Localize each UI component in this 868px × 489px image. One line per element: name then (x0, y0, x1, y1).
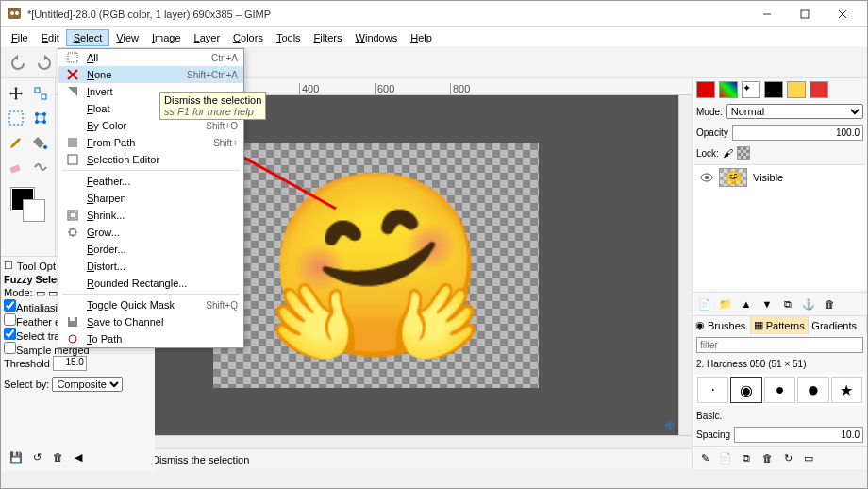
tab-brushes[interactable]: ◉Brushes (693, 316, 751, 334)
mode-replace-icon[interactable]: ▭ (36, 287, 45, 298)
history-icon[interactable] (787, 81, 806, 98)
menu-file[interactable]: File (5, 30, 35, 45)
warp-tool-icon[interactable] (29, 156, 52, 178)
menu-item-grow-[interactable]: Grow... (58, 224, 243, 241)
brush-item[interactable]: ● (797, 377, 828, 403)
color-swatches[interactable] (11, 188, 45, 222)
editor-icon (64, 154, 81, 165)
layer-group-icon[interactable]: 📁 (717, 295, 734, 312)
menu-item-distort-[interactable]: Distort... (58, 258, 243, 275)
delete-layer-icon[interactable]: 🗑 (821, 295, 838, 312)
save-icon (64, 316, 81, 328)
menu-item-save-to-channel[interactable]: Save to Channel (58, 313, 243, 330)
edit-brush-icon[interactable]: ✎ (696, 449, 713, 466)
cage-tool-icon[interactable] (29, 107, 52, 129)
delete-preset-icon[interactable]: 🗑 (49, 448, 66, 465)
sample-merged-checkbox[interactable] (4, 342, 16, 354)
svg-rect-24 (68, 155, 77, 164)
duplicate-layer-icon[interactable]: ⧉ (779, 295, 796, 312)
move-tool-icon[interactable] (5, 82, 27, 105)
eraser-icon[interactable] (5, 156, 27, 178)
menu-item-rounded-rectangle-[interactable]: Rounded Rectangle... (58, 275, 243, 292)
channel-red-icon[interactable] (696, 81, 715, 98)
lock-alpha-icon[interactable] (737, 146, 750, 160)
tab-patterns[interactable]: ▦Patterns (751, 316, 810, 334)
svg-point-30 (69, 335, 76, 343)
menu-item-none[interactable]: NoneShift+Ctrl+A (58, 66, 243, 83)
menu-item-to-path[interactable]: To Path (58, 330, 243, 347)
rect-select-icon[interactable] (5, 107, 27, 129)
menu-view[interactable]: View (109, 30, 145, 45)
antialias-checkbox[interactable] (4, 299, 16, 312)
pattern-tab-icon: ▦ (754, 319, 763, 331)
duplicate-brush-icon[interactable]: ⧉ (738, 449, 755, 466)
menu-tools[interactable]: Tools (270, 30, 308, 45)
anchor-layer-icon[interactable]: ⚓ (800, 295, 817, 312)
minimize-button[interactable] (748, 1, 786, 27)
paths-icon[interactable]: ✦ (742, 81, 760, 98)
reset-preset-icon[interactable]: ◀ (70, 448, 87, 465)
redo-history-icon[interactable] (33, 52, 56, 75)
mode-add-icon[interactable]: ▭ (48, 287, 58, 298)
select-by-dropdown[interactable]: Composite (52, 377, 123, 392)
align-tool-icon[interactable] (29, 82, 52, 105)
menu-item-sharpen[interactable]: Sharpen (58, 190, 243, 207)
lower-layer-icon[interactable]: ▼ (759, 295, 776, 312)
open-as-image-icon[interactable]: ▭ (800, 449, 817, 466)
svg-rect-9 (35, 88, 40, 93)
lock-label: Lock: (696, 148, 719, 159)
select-transparent-checkbox[interactable] (4, 328, 16, 340)
raise-layer-icon[interactable]: ▲ (738, 295, 755, 312)
menu-item-from-path[interactable]: From PathShift+ (58, 134, 243, 151)
lock-paint-icon[interactable]: 🖌 (723, 147, 733, 159)
menu-windows[interactable]: Windows (349, 30, 405, 45)
menu-select[interactable]: Select (66, 29, 110, 46)
close-button[interactable] (824, 1, 861, 27)
feather-checkbox[interactable] (4, 313, 16, 326)
nav-preview-icon[interactable] (663, 418, 676, 433)
undo-history-icon[interactable] (7, 52, 29, 75)
menu-item-all[interactable]: AllCtrl+A (58, 49, 243, 66)
brush-filter-input[interactable] (696, 337, 863, 353)
bucket-fill-icon[interactable] (29, 131, 52, 154)
visibility-eye-icon[interactable] (700, 171, 713, 184)
brush-item[interactable]: ★ (831, 377, 862, 403)
paintbrush-icon[interactable] (5, 131, 27, 154)
save-preset-icon[interactable]: 💾 (8, 448, 25, 465)
menu-item-shrink-[interactable]: Shrink... (58, 207, 243, 224)
new-layer-icon[interactable]: 📄 (696, 295, 713, 312)
blend-mode-select[interactable]: Normal (726, 104, 863, 119)
layer-row[interactable]: 🤗 Visible (694, 165, 865, 190)
restore-preset-icon[interactable]: ↺ (28, 448, 45, 465)
menu-layer[interactable]: Layer (188, 30, 227, 45)
tool-options-icon: ☐ (4, 260, 13, 272)
layers-icon[interactable] (810, 81, 828, 98)
undo-icon[interactable]: ↶ (764, 81, 783, 98)
menu-help[interactable]: Help (404, 30, 439, 45)
menu-edit[interactable]: Edit (35, 30, 66, 45)
delete-brush-icon[interactable]: 🗑 (759, 449, 776, 466)
tab-gradients[interactable]: Gradients (809, 316, 867, 334)
brush-item[interactable]: ● (764, 377, 795, 403)
opacity-input[interactable] (732, 125, 863, 141)
menu-colors[interactable]: Colors (226, 30, 270, 45)
channels-icon[interactable] (719, 81, 738, 98)
menu-item-feather-[interactable]: Feather... (58, 173, 243, 190)
new-brush-icon[interactable]: 📄 (717, 449, 734, 466)
menu-filters[interactable]: Filters (308, 30, 349, 45)
spacing-input[interactable] (734, 427, 863, 443)
menu-item-border-[interactable]: Border... (58, 241, 243, 258)
brush-item[interactable]: ◉ (730, 377, 761, 403)
menu-image[interactable]: Image (145, 30, 188, 45)
menu-item-toggle-quick-mask[interactable]: Toggle Quick MaskShift+Q (58, 296, 243, 313)
refresh-brush-icon[interactable]: ↻ (779, 449, 796, 466)
all-icon (64, 52, 81, 63)
scrollbar-vertical[interactable] (678, 95, 692, 435)
svg-rect-23 (68, 138, 77, 147)
brush-name-label: 2. Hardness 050 (51 × 51) (696, 359, 806, 369)
maximize-button[interactable] (786, 1, 824, 27)
invert-icon (64, 86, 81, 97)
threshold-input[interactable]: 15.0 (53, 356, 87, 371)
brush-item[interactable]: · (697, 377, 728, 403)
menu-item-selection-editor[interactable]: Selection Editor (58, 151, 243, 168)
